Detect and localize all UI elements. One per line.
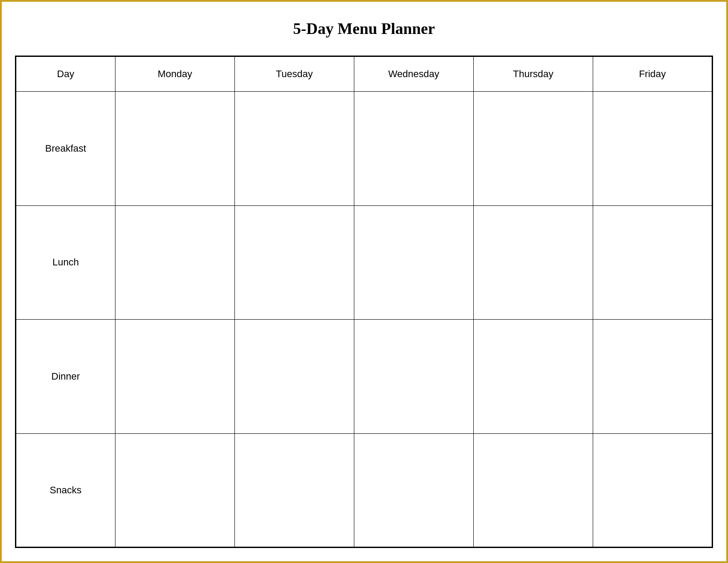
col-header-thursday: Thursday bbox=[473, 56, 593, 92]
col-header-day: Day bbox=[16, 56, 115, 92]
meal-cell-breakfast-tuesday[interactable] bbox=[234, 92, 354, 206]
meal-row: Lunch bbox=[16, 205, 713, 320]
menu-planner-table: Day Monday Tuesday Wednesday Thursday Fr… bbox=[15, 56, 713, 548]
meal-label-snacks: Snacks bbox=[16, 433, 115, 548]
meal-cell-dinner-friday[interactable] bbox=[593, 320, 712, 434]
meal-cell-lunch-thursday[interactable] bbox=[473, 205, 593, 320]
meal-cell-snacks-tuesday[interactable] bbox=[234, 433, 354, 548]
col-header-wednesday: Wednesday bbox=[354, 56, 473, 92]
col-header-tuesday: Tuesday bbox=[234, 56, 354, 92]
meal-cell-breakfast-monday[interactable] bbox=[115, 92, 234, 206]
meal-cell-breakfast-thursday[interactable] bbox=[473, 92, 593, 206]
meal-cell-lunch-tuesday[interactable] bbox=[234, 205, 354, 320]
meal-label-lunch: Lunch bbox=[16, 205, 115, 320]
meal-label-dinner: Dinner bbox=[16, 320, 115, 434]
meal-row: Breakfast bbox=[16, 92, 713, 206]
col-header-friday: Friday bbox=[593, 56, 712, 92]
meal-label-breakfast: Breakfast bbox=[16, 92, 115, 206]
meal-cell-breakfast-wednesday[interactable] bbox=[354, 92, 473, 206]
meal-cell-snacks-wednesday[interactable] bbox=[354, 433, 473, 548]
header-row: Day Monday Tuesday Wednesday Thursday Fr… bbox=[16, 56, 713, 92]
meal-cell-breakfast-friday[interactable] bbox=[593, 92, 712, 206]
col-header-monday: Monday bbox=[115, 56, 234, 92]
meal-row: Dinner bbox=[16, 320, 713, 434]
meal-cell-snacks-friday[interactable] bbox=[593, 433, 712, 548]
meal-cell-lunch-monday[interactable] bbox=[115, 205, 234, 320]
meal-cell-snacks-monday[interactable] bbox=[115, 433, 234, 548]
meal-row: Snacks bbox=[16, 433, 713, 548]
meal-cell-dinner-thursday[interactable] bbox=[473, 320, 593, 434]
meal-cell-dinner-monday[interactable] bbox=[115, 320, 234, 434]
meal-cell-lunch-friday[interactable] bbox=[593, 205, 712, 320]
page-title: 5-Day Menu Planner bbox=[293, 19, 435, 38]
meal-cell-dinner-tuesday[interactable] bbox=[234, 320, 354, 434]
meal-cell-snacks-thursday[interactable] bbox=[473, 433, 593, 548]
meal-cell-dinner-wednesday[interactable] bbox=[354, 320, 473, 434]
meal-cell-lunch-wednesday[interactable] bbox=[354, 205, 473, 320]
